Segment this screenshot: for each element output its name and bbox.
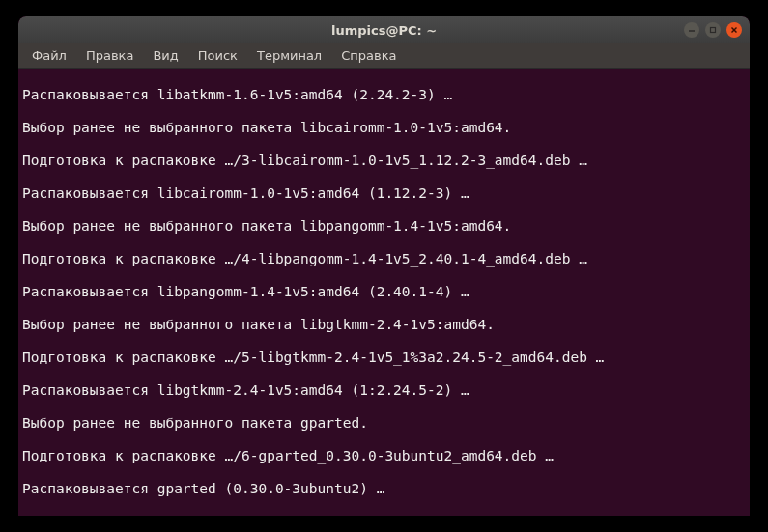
menu-help[interactable]: Справка [333, 45, 404, 66]
terminal-line: Выбор ранее не выбранного пакета gparted… [22, 415, 746, 432]
terminal-window: lumpics@PC: ~ Файл Правка Вид Поиск Терм… [18, 16, 750, 516]
terminal-line: Подготовка к распаковке …/6-gparted_0.30… [22, 448, 746, 464]
maximize-icon [709, 26, 717, 34]
terminal-line: Подготовка к распаковке …/5-libgtkmm-2.4… [22, 350, 746, 366]
terminal-line: Выбор ранее не выбранного пакета libpang… [22, 218, 746, 235]
terminal-line: Распаковывается libpangomm-1.4-1v5:amd64… [22, 284, 746, 300]
terminal-line: Распаковывается gparted (0.30.0-3ubuntu2… [22, 481, 746, 497]
menu-view[interactable]: Вид [145, 45, 185, 66]
terminal-line: Распаковывается libgtkmm-2.4-1v5:amd64 (… [22, 382, 746, 399]
maximize-button[interactable] [705, 22, 721, 38]
terminal-line: Распаковывается libatkmm-1.6-1v5:amd64 (… [22, 87, 746, 103]
terminal-line: Выбор ранее не выбранного пакета libcair… [22, 120, 746, 136]
svg-rect-1 [711, 28, 716, 33]
window-controls [684, 22, 742, 38]
close-icon [730, 26, 738, 34]
menu-terminal[interactable]: Терминал [249, 45, 329, 66]
terminal-line: Распаковывается libcairomm-1.0-1v5:amd64… [22, 185, 746, 202]
minimize-button[interactable] [684, 22, 699, 38]
menu-search[interactable]: Поиск [190, 45, 245, 66]
menu-file[interactable]: Файл [24, 45, 74, 66]
terminal-line: Настраивается пакет libsigc++-2.0-0v5:am… [22, 514, 746, 516]
terminal-line: Подготовка к распаковке …/3-libcairomm-1… [22, 153, 746, 169]
menu-edit[interactable]: Правка [78, 45, 141, 66]
terminal-line: Подготовка к распаковке …/4-libpangomm-1… [22, 251, 746, 267]
terminal-output[interactable]: Распаковывается libatkmm-1.6-1v5:amd64 (… [18, 69, 750, 516]
menu-bar: Файл Правка Вид Поиск Терминал Справка [18, 43, 750, 69]
close-button[interactable] [726, 22, 742, 38]
title-bar: lumpics@PC: ~ [18, 16, 750, 43]
terminal-line: Выбор ранее не выбранного пакета libgtkm… [22, 317, 746, 333]
minimize-icon [688, 26, 696, 34]
window-title: lumpics@PC: ~ [331, 23, 437, 38]
